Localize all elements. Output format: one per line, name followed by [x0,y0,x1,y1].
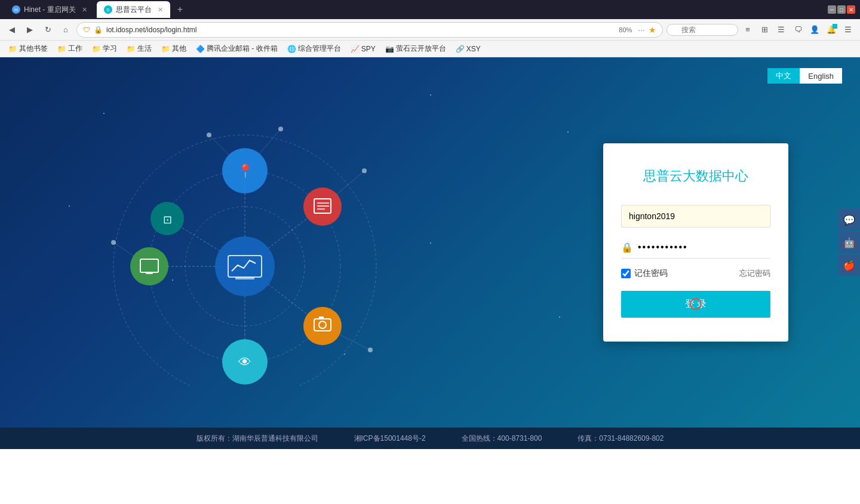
share-icon[interactable]: 🗨 [791,23,805,37]
back-button[interactable]: ◀ [5,23,19,37]
bookmark-label: 生活 [137,44,152,54]
login-button[interactable]: 登 录 [621,291,770,318]
library-icon[interactable]: ≡ [741,23,755,37]
star-deco [69,205,70,207]
tab-sipuyun[interactable]: S 思普云平台 ✕ [97,1,170,18]
folder-icon: 📁 [57,45,66,53]
forgot-password-link[interactable]: 忘记密码 [739,268,770,279]
bookmark-misc[interactable]: 📁 其他 [158,42,190,55]
wechat-button[interactable]: 💬 [838,209,860,231]
chinese-lang-button[interactable]: 中文 [767,68,800,84]
footer: 版权所有：湖南华辰普通科技有限公司 湘ICP备15001448号-2 全国热线：… [0,428,860,449]
menu-icon[interactable]: ☰ [841,23,855,37]
search-input[interactable] [666,24,738,36]
bookmark-dahua[interactable]: 📷 萤石云开放平台 [382,42,450,55]
svg-rect-23 [146,272,153,274]
site-icon: 🔷 [196,45,205,53]
shield-icon: 🛡 [83,26,90,34]
android-icon: 🤖 [843,237,855,248]
tab1-icon: H [12,5,20,14]
wechat-icon: 💬 [843,214,855,226]
main-content: 中文 English [0,57,860,428]
zoom-level: 80% [616,26,634,33]
svg-point-24 [303,188,342,226]
remember-label: 记住密码 [634,268,668,279]
site-icon: 📈 [351,45,360,53]
close-button[interactable]: ✕ [847,5,855,14]
more-options-icon[interactable]: ··· [638,25,645,35]
username-input[interactable] [621,205,770,228]
apple-icon: 🍎 [843,260,855,271]
folder-icon: 📁 [92,45,101,53]
apple-button[interactable]: 🍎 [838,254,860,276]
reading-view-icon[interactable]: ☰ [774,23,788,37]
floating-buttons: 💬 🤖 🍎 [838,209,860,276]
bookmark-label: 学习 [103,44,117,54]
titlebar: H Hinet - 重启网关 ✕ S 思普云平台 ✕ + ─ □ ✕ [0,0,860,19]
folder-icon: 📁 [161,45,170,53]
svg-point-38 [368,348,373,352]
bookmarks-bar: 📁 其他书签 📁 工作 📁 学习 📁 生活 📁 其他 🔷 腾讯企业邮箱 - 收件… [0,41,860,57]
svg-text:⊡: ⊡ [163,214,172,226]
bookmark-label: XSY [466,45,481,53]
svg-point-35 [207,133,211,137]
folder-icon: 📁 [8,45,17,53]
home-button[interactable]: ⌂ [59,23,73,37]
remember-me-label[interactable]: 记住密码 [621,268,668,279]
bookmark-other[interactable]: 📁 其他书签 [5,42,51,55]
svg-text:📍: 📍 [237,163,254,179]
bookmark-tencent[interactable]: 🔷 腾讯企业邮箱 - 收件箱 [192,42,281,55]
login-card: 思普云大数据中心 🔒 记住密码 忘记密码 登 录 [603,143,788,342]
tab2-close[interactable]: ✕ [158,6,163,14]
hotline-text: 全国热线：400-8731-800 [462,434,542,444]
maximize-button[interactable]: □ [837,5,846,14]
tab1-label: Hinet - 重启网关 [24,5,76,15]
extensions-icon[interactable]: ⊞ [757,23,772,37]
star-icon[interactable]: ★ [649,25,656,35]
address-input[interactable] [106,26,613,34]
network-diagram: 📍 👁 ⊡ [90,99,400,386]
bookmark-management[interactable]: 🌐 综合管理平台 [284,42,345,55]
bookmark-label: 综合管理平台 [298,44,341,54]
minimize-button[interactable]: ─ [828,5,836,14]
bookmark-spy[interactable]: 📈 SPY [347,44,379,54]
svg-point-29 [303,307,342,345]
bookmark-life[interactable]: 📁 生活 [123,42,155,55]
language-toggle: 中文 English [767,68,842,84]
fax-text: 传真：0731-84882609-802 [578,434,664,444]
bookmark-study[interactable]: 📁 学习 [88,42,121,55]
forward-button[interactable]: ▶ [23,23,37,37]
notification-icon[interactable]: 🔔 [824,23,838,37]
reload-button[interactable]: ↻ [41,23,55,37]
profile-icon[interactable]: 👤 [807,23,822,37]
svg-text:👁: 👁 [238,355,251,370]
star-deco [559,316,560,318]
bookmark-xsy[interactable]: 🔗 XSY [452,44,484,54]
tab2-label: 思普云平台 [116,5,152,15]
svg-point-21 [130,247,168,285]
star-deco [430,94,431,96]
bookmark-label: 其他 [172,44,186,54]
english-lang-button[interactable]: English [800,68,842,84]
password-input[interactable] [638,242,770,253]
network-svg: 📍 👁 ⊡ [90,99,400,386]
site-icon: 🔗 [456,45,465,53]
tab2-icon: S [104,5,112,14]
site-icon: 📷 [385,45,394,53]
new-tab-button[interactable]: + [173,4,188,15]
tab1-close[interactable]: ✕ [82,6,87,14]
bookmark-label: 腾讯企业邮箱 - 收件箱 [207,44,278,54]
remember-checkbox[interactable] [621,269,631,278]
folder-icon: 📁 [127,45,136,53]
svg-point-37 [362,168,367,173]
login-title: 思普云大数据中心 [621,167,770,186]
bookmark-label: 其他书签 [19,44,48,54]
tab-hinet[interactable]: H Hinet - 重启网关 ✕ [5,1,94,18]
star-deco [567,131,569,133]
android-button[interactable]: 🤖 [838,232,860,253]
svg-rect-16 [235,277,254,279]
star-deco [430,242,431,244]
bookmark-work[interactable]: 📁 工作 [54,42,86,55]
icp-text: 湘ICP备15001448号-2 [354,434,426,444]
svg-point-36 [278,127,283,131]
